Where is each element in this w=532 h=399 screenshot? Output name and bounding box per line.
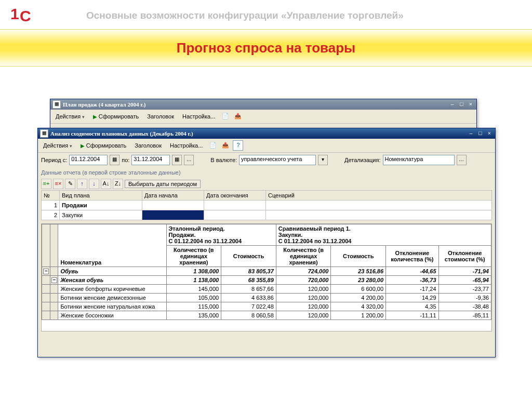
delete-row-icon[interactable]: ≡× [53, 179, 63, 189]
col-start-date[interactable]: Дата начала [142, 191, 204, 201]
report-row[interactable]: −Обувь1 308,00083 805,37724,00023 516,86… [42, 267, 491, 276]
col-qty1: Количество (в единицах хранения) [166, 246, 221, 267]
currency-label: В валюте: [210, 157, 237, 163]
window-icon: ▦ [40, 129, 48, 138]
settings-button[interactable]: Настройка... [167, 142, 206, 149]
window-title: Анализ сходимости плановых данных (Декаб… [50, 130, 467, 137]
min-icon[interactable]: – [468, 130, 475, 137]
cell-name: Женские босоножки [58, 311, 166, 320]
sort-desc-icon[interactable]: Z↓ [113, 179, 123, 189]
detail-select[interactable]: Номенклатура [383, 155, 455, 165]
cell-name: Женская обувь [58, 276, 166, 285]
header-button[interactable]: Заголовок [131, 142, 165, 149]
col-scenario[interactable]: Сценарий [266, 191, 492, 201]
cell-cost1: 8 657,66 [221, 285, 276, 294]
report-row[interactable]: Ботинки женские натуральная кожа115,0007… [42, 302, 491, 311]
cell-cost1: 8 060,58 [221, 311, 276, 320]
titlebar-front[interactable]: ▦ Анализ сходимости плановых данных (Дек… [38, 128, 495, 139]
col-plan-type[interactable]: Вид плана [60, 191, 142, 201]
window-title: План продаж (4 квартал 2004 г.) [63, 101, 448, 108]
logo-1c: 1С [10, 5, 34, 26]
cmp-period-line1: Сравниваемый период 1. [278, 225, 489, 232]
help-icon[interactable]: ? [233, 140, 243, 151]
settings-button[interactable]: Настройка... [179, 113, 218, 120]
cell-cost2: 4 320,00 [331, 302, 386, 311]
plans-grid[interactable]: № Вид плана Дата начала Дата окончания С… [41, 190, 492, 220]
table-row[interactable]: 2 Закупки [42, 210, 492, 220]
max-icon[interactable]: □ [476, 130, 484, 137]
cell-qty2: 724,000 [276, 267, 331, 276]
cell-qty2: 120,000 [276, 311, 331, 320]
cell-qty1: 1 138,000 [166, 276, 221, 285]
move-up-icon[interactable]: ↑ [77, 179, 87, 189]
period-from-label: Период с: [41, 157, 67, 163]
max-icon[interactable]: □ [458, 101, 465, 108]
period-to-input[interactable]: 31.12.2004 [131, 155, 170, 165]
header-button[interactable]: Заголовок [144, 113, 177, 120]
cell-dq: 4,35 [386, 302, 438, 311]
cell-name: Ботинки женские натуральная кожа [58, 302, 166, 311]
copy-icon[interactable]: 📄 [220, 111, 231, 122]
table-row[interactable]: 1 Продажи [42, 201, 492, 210]
period-picker-button[interactable]: … [184, 155, 194, 165]
collapse-icon[interactable]: − [43, 269, 49, 274]
cell-cost2: 23 280,00 [331, 276, 386, 285]
cell-plan: Продажи [60, 201, 142, 210]
close-icon[interactable]: × [486, 130, 493, 137]
grid-toolbar: ≡+ ≡× ✎ ↑ ↓ A↓ Z↓ Выбирать даты периодом [38, 178, 495, 190]
cell-name: Женские ботфорты коричневые [58, 285, 166, 294]
dropdown-icon[interactable]: ▾ [318, 155, 328, 165]
cell-cost2: 6 600,00 [331, 285, 386, 294]
cell-qty1: 135,000 [166, 311, 221, 320]
col-cost1: Стоимость [221, 246, 276, 267]
cell-dq: -17,24 [386, 285, 438, 294]
currency-select[interactable]: управленческого учета [239, 155, 316, 165]
cell-cost1: 68 355,89 [221, 276, 276, 285]
calendar-icon[interactable]: ▦ [110, 155, 119, 165]
cell-dc: -71,94 [438, 267, 491, 276]
edit-row-icon[interactable]: ✎ [65, 179, 75, 189]
export-icon[interactable]: 📤 [220, 140, 231, 151]
collapse-icon[interactable]: − [51, 277, 57, 283]
actions-menu[interactable]: Действия [40, 142, 75, 149]
slide-title-band: Прогноз спроса на товары [0, 29, 532, 66]
actions-menu[interactable]: Действия [52, 113, 88, 120]
col-cost2: Стоимость [331, 246, 386, 267]
detail-picker-button[interactable]: … [457, 155, 467, 165]
cell-dc: -9,36 [438, 294, 491, 302]
col-end-date[interactable]: Дата окончания [204, 191, 266, 201]
cell-dq: -44,65 [386, 267, 438, 276]
calendar-icon[interactable]: ▦ [172, 155, 182, 165]
report-row[interactable]: −Женская обувь1 138,00068 355,89720,0002… [42, 276, 491, 285]
slide-heading: Прогноз спроса на товары [177, 40, 356, 56]
report-row[interactable]: Ботинки женские демисезонные105,0004 633… [42, 294, 491, 302]
min-icon[interactable]: – [449, 101, 456, 108]
export-icon[interactable]: 📤 [233, 111, 243, 122]
cell-dq: 14,29 [386, 294, 438, 302]
close-icon[interactable]: × [467, 101, 474, 108]
presentation-header: 1С Основные возможности конфигурации «Уп… [0, 0, 532, 29]
cell-start-selected[interactable] [142, 210, 204, 220]
report-row[interactable]: Женские ботфорты коричневые145,0008 657,… [42, 285, 491, 294]
window-analysis: ▦ Анализ сходимости плановых данных (Дек… [37, 128, 496, 357]
col-number[interactable]: № [42, 191, 60, 201]
cell-name: Ботинки женские демисезонные [58, 294, 166, 302]
report-row[interactable]: Женские босоножки135,0008 060,58120,0001… [42, 311, 491, 320]
cell-cost1: 83 805,37 [221, 267, 276, 276]
select-period-button[interactable]: Выбирать даты периодом [125, 180, 201, 188]
cell-plan: Закупки [60, 210, 142, 220]
cell-qty2: 720,000 [276, 276, 331, 285]
cmp-period-line2: Закупки. [278, 232, 489, 238]
col-nomenclature: Номенклатура [58, 224, 166, 267]
period-from-input[interactable]: 01.12.2004 [69, 155, 108, 165]
presentation-caption: Основные возможности конфигурации «Управ… [86, 10, 404, 21]
copy-icon[interactable]: 📄 [208, 140, 218, 151]
form-button[interactable]: Сформировать [90, 113, 142, 120]
form-button[interactable]: Сформировать [77, 142, 130, 149]
add-row-icon[interactable]: ≡+ [41, 179, 51, 189]
titlebar-back[interactable]: ▦ План продаж (4 квартал 2004 г.) – □ × [50, 99, 476, 110]
report-area[interactable]: Номенклатура Эталонный период. Продажи. … [41, 223, 492, 331]
move-down-icon[interactable]: ↓ [89, 179, 99, 189]
sort-asc-icon[interactable]: A↓ [101, 179, 111, 189]
cell-qty1: 105,000 [166, 294, 221, 302]
